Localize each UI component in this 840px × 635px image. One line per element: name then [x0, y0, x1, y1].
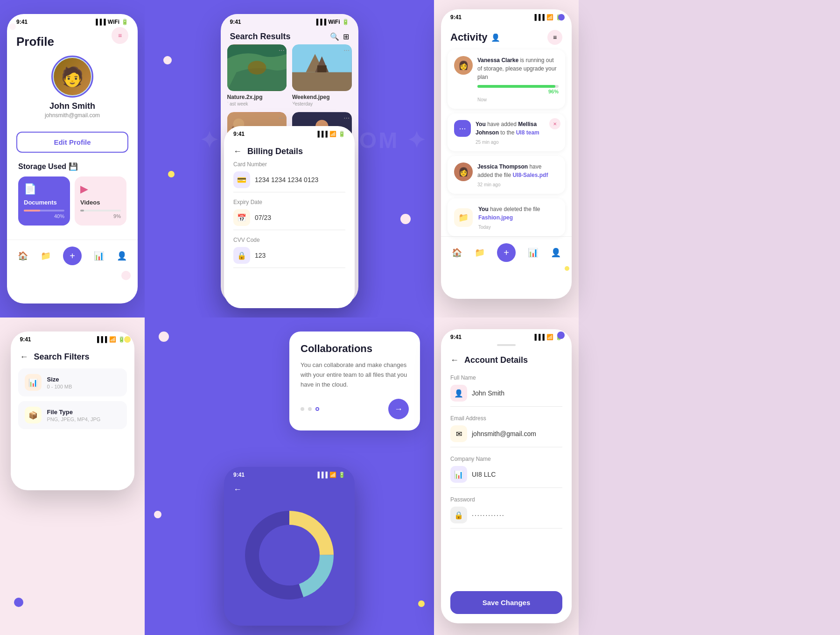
status-icons-activity: ▐▐▐ 📶 🔋 [532, 14, 562, 21]
fullname-value[interactable]: John Smith [472, 389, 504, 397]
billing-back[interactable]: ← [233, 147, 242, 156]
nav-add[interactable]: + [63, 247, 82, 265]
user-email: johnsmith@gmail.com [45, 112, 100, 119]
vanessa-pct: 96% [477, 89, 559, 94]
svg-rect-6 [317, 65, 327, 72]
wifi-account: 📶 [546, 334, 553, 340]
storage-grid: 📄 Documents 40% ▶ Videos 9% [18, 176, 126, 226]
search-results-bar: Search Results 🔍 ⊞ [221, 27, 358, 44]
field-fullname: Full Name 👤 John Smith [450, 374, 562, 407]
email-row: ✉ johnsmith@gmail.com [450, 425, 562, 447]
filetype-icon: 📦 [25, 407, 42, 423]
delete-content: You have deleted the file Fashion.jpeg T… [478, 205, 559, 230]
account-back[interactable]: ← [450, 355, 459, 365]
grid-icon-btn[interactable]: ⊞ [343, 32, 349, 41]
drag-bar [497, 344, 516, 346]
expiry-row: 📅 07/23 [233, 209, 345, 230]
mellisa-content: You have added Mellisa Johnson to the UI… [476, 120, 559, 145]
nature-menu[interactable]: ··· [279, 46, 285, 55]
field-company: Company Name 📊 UI8 LLC [450, 456, 562, 488]
status-bar-account: 9:41 ▐▐▐ 📶 🔋 [441, 329, 572, 342]
save-changes-button[interactable]: Save Changes [450, 591, 562, 614]
nav-home[interactable]: 🏠 [18, 251, 28, 261]
card-value[interactable]: 1234 1234 1234 0123 [255, 176, 318, 183]
wifi-billing: 📶 [329, 131, 336, 137]
collab-text: You can collaborate and make changes wit… [301, 360, 409, 389]
act-nav-home[interactable]: 🏠 [452, 247, 462, 258]
mellisa-dismiss[interactable]: ✕ [549, 118, 560, 129]
filter-filetype[interactable]: 📦 File Type PNG, JPEG, MP4, JPG [18, 401, 127, 429]
drag-bar-wrapper [441, 342, 572, 348]
filetype-sub: PNG, JPEG, MP4, JPG [47, 416, 101, 422]
lifestyle-menu[interactable]: ··· [279, 114, 285, 122]
expiry-label: Expiry Date [233, 199, 345, 205]
filter-list: 📊 Size 0 - 100 MB 📦 File Type PNG, JPEG,… [11, 368, 134, 429]
docs-label: Documents [24, 199, 64, 206]
act-nav-profile[interactable]: 👤 [551, 247, 561, 258]
battery-icon: 🔋 [121, 19, 128, 25]
mellisa-team: UI8 team [516, 129, 539, 136]
act-nav-stats[interactable]: 📊 [528, 247, 538, 258]
email-value[interactable]: johnsmith@gmail.com [472, 430, 536, 437]
delete-row: 📁 You have deleted the file Fashion.jpeg… [454, 205, 559, 230]
email-icon: ✉ [450, 425, 467, 442]
status-bar-activity: 9:41 ▐▐▐ 📶 🔋 [441, 9, 572, 22]
status-icons-stats: ▐▐▐ 📶 🔋 [315, 472, 345, 478]
expiry-value[interactable]: 07/23 [255, 214, 271, 221]
company-icon: 📊 [450, 466, 467, 483]
account-header: ← Account Details [441, 348, 572, 370]
search-item-weekend: Weekend.jpeg Yesterday ··· [292, 44, 352, 106]
videos-pct: 9% [80, 213, 121, 219]
weekend-svg [292, 44, 352, 91]
vanessa-avatar: 👩 [454, 56, 473, 75]
battery-stats: 🔋 [338, 472, 345, 478]
jessica-text: Jessica Thompson have added the file UI8… [477, 162, 559, 179]
activity-menu-btn[interactable]: ≡ [547, 30, 562, 45]
filters-back[interactable]: ← [20, 352, 28, 362]
signal-stats: ▐▐▐ [315, 472, 328, 478]
stats-back[interactable]: ← [233, 485, 242, 494]
profile-menu-btn[interactable]: ≡ [112, 27, 128, 44]
nav-profile[interactable]: 👤 [117, 251, 127, 261]
edit-profile-button[interactable]: Edit Profile [16, 132, 128, 153]
search-results-title: Search Results [230, 32, 291, 42]
cvv-label: CVV Code [233, 237, 345, 243]
weekend-date: Yesterday [292, 101, 352, 106]
vanessa-name: Vanessa Clarke [477, 57, 518, 64]
mellisa-more[interactable]: ··· [454, 120, 471, 137]
podcast-menu[interactable]: ··· [343, 114, 350, 122]
card-label: Card Number [233, 161, 345, 168]
dot-1 [301, 407, 304, 411]
weekend-menu[interactable]: ··· [343, 46, 350, 55]
time-billing: 9:41 [233, 131, 245, 137]
nav-stats[interactable]: 📊 [94, 251, 104, 261]
activity-title-icon: 👤 [491, 33, 500, 42]
deleted-file: Fashion.jpeg [478, 214, 513, 221]
account-title: Account Details [464, 355, 528, 365]
vanessa-progress-fill [477, 85, 555, 88]
signal-search: ▐▐▐ [315, 19, 327, 25]
search-icon-btn[interactable]: 🔍 [330, 32, 339, 41]
collab-next-btn[interactable]: → [388, 399, 409, 419]
fullname-row: 👤 John Smith [450, 385, 562, 407]
donut-section [224, 499, 355, 611]
size-name: Size [47, 376, 72, 383]
activity-phone: 9:41 ▐▐▐ 📶 🔋 Activity 👤 ≡ [441, 9, 572, 299]
cvv-value[interactable]: 123 [255, 252, 266, 259]
company-value[interactable]: UI8 LLC [472, 471, 496, 478]
profile-phone: 9:41 ▐▐▐ WiFi 🔋 Profile ≡ 🧑 John S [7, 14, 138, 303]
billing-phone: 9:41 ▐▐▐ 📶 🔋 ← Billing Details Card Numb… [224, 126, 355, 308]
act-nav-add[interactable]: + [497, 243, 516, 262]
time-stats: 9:41 [233, 472, 245, 478]
avatar-img: 🧑 [54, 58, 91, 95]
nav-files[interactable]: 📁 [41, 251, 51, 261]
filter-size[interactable]: 📊 Size 0 - 100 MB [18, 368, 127, 396]
activity-title-group: Activity 👤 [450, 31, 500, 43]
signal-filters: ▐▐▐ [95, 336, 107, 343]
password-value[interactable]: ············ [472, 511, 505, 519]
activity-item-vanessa: 👩 Vanessa Clarke is running out of stora… [448, 49, 565, 109]
profile-header: Profile ≡ [7, 27, 138, 49]
wifi-activity: 📶 [546, 14, 553, 21]
act-nav-files[interactable]: 📁 [475, 247, 485, 258]
docs-icon: 📄 [24, 183, 64, 195]
